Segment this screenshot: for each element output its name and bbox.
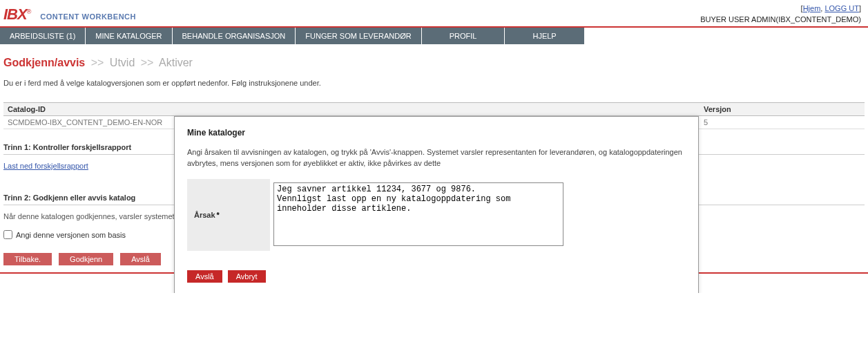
dialog-cancel-button[interactable]: Avbryt bbox=[228, 270, 266, 283]
dialog-reject-button[interactable]: Avslå bbox=[187, 270, 222, 283]
main-nav: ARBEIDSLISTE (1) MINE KATALOGER BEHANDLE… bbox=[0, 28, 868, 44]
nav-manage-org[interactable]: BEHANDLE ORGANISASJON bbox=[173, 28, 296, 44]
catalog-version-value: 5 bbox=[700, 116, 865, 129]
logo: IBX® bbox=[3, 6, 30, 23]
basis-checkbox[interactable] bbox=[3, 230, 12, 239]
dialog-title: Mine kataloger bbox=[187, 128, 686, 138]
breadcrumb-step2: Utvid bbox=[110, 57, 135, 68]
back-button[interactable]: Tilbake. bbox=[3, 253, 52, 265]
dialog-buttons: Avslå Avbryt bbox=[187, 270, 686, 283]
header-right: [Hjem, LOGG UT] BUYER USER ADMIN(IBX_CON… bbox=[700, 4, 861, 23]
dialog-desc: Angi årsaken til avvisningen av kataloge… bbox=[187, 147, 686, 169]
home-link[interactable]: Hjem bbox=[803, 4, 821, 12]
chevron-icon: >> bbox=[141, 57, 154, 68]
nav-my-catalogs[interactable]: MINE KATALOGER bbox=[86, 28, 172, 44]
catalog-version-header: Versjon bbox=[700, 103, 865, 115]
dialog-form: Årsak * bbox=[187, 179, 686, 251]
reason-textarea[interactable] bbox=[273, 182, 563, 246]
nav-act-as-supplier[interactable]: FUNGER SOM LEVERANDØR bbox=[296, 28, 421, 44]
nav-worklist[interactable]: ARBEIDSLISTE (1) bbox=[0, 28, 86, 44]
approve-button[interactable]: Godkjenn bbox=[59, 253, 113, 265]
breadcrumb-current: Godkjenn/avvis bbox=[3, 57, 85, 68]
user-info: BUYER USER ADMIN(IBX_CONTENT_DEMO) bbox=[700, 15, 861, 23]
breadcrumb: Godkjenn/avvis >> Utvid >> Aktiver bbox=[3, 57, 865, 69]
basis-checkbox-label: Angi denne versjonen som basis bbox=[16, 231, 126, 239]
reject-dialog: Mine kataloger Angi årsaken til avvisnin… bbox=[174, 116, 699, 293]
instruction-text: Du er i ferd med å velge katalogversjone… bbox=[3, 79, 865, 87]
reject-button[interactable]: Avslå bbox=[120, 253, 161, 265]
download-diff-report-link[interactable]: Last ned forskjellsrapport bbox=[3, 162, 88, 170]
breadcrumb-step3: Aktiver bbox=[159, 57, 193, 68]
chevron-icon: >> bbox=[91, 57, 104, 68]
required-mark: * bbox=[217, 211, 220, 219]
app-title: CONTENT WORKBENCH bbox=[40, 12, 136, 21]
logout-link[interactable]: LOGG UT bbox=[824, 4, 859, 12]
bracket: ] bbox=[859, 4, 861, 12]
header: IBX® CONTENT WORKBENCH [Hjem, LOGG UT] B… bbox=[0, 0, 868, 28]
reason-label: Årsak * bbox=[187, 179, 270, 251]
nav-profile[interactable]: PROFIL bbox=[422, 28, 505, 44]
catalog-id-header: Catalog-ID bbox=[3, 103, 700, 115]
nav-help[interactable]: HJELP bbox=[505, 28, 584, 44]
logo-area: IBX® CONTENT WORKBENCH bbox=[3, 6, 136, 23]
